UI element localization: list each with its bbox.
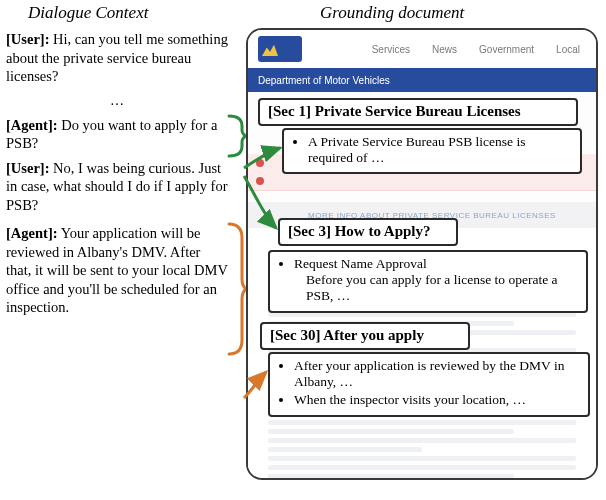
- bracket-orange-icon: [228, 224, 246, 317]
- sec3-bullets-box: Request Name Approval Before you can app…: [268, 250, 588, 313]
- role-label: [Agent]:: [6, 225, 58, 241]
- sec30-bullets-box: After your application is reviewed by th…: [268, 352, 590, 417]
- alert-dot-icon: [256, 177, 264, 185]
- role-label: [User]:: [6, 160, 49, 176]
- turn-agent-2-wrap: [Agent]: Your application will be review…: [6, 224, 228, 317]
- role-label: [Agent]:: [6, 117, 58, 133]
- ny-logo-icon: [258, 36, 302, 62]
- site-nav: Services News Government Local: [372, 44, 580, 55]
- alert-dot-icon: [256, 159, 264, 167]
- dept-band: Department of Motor Vehicles: [248, 68, 596, 92]
- sec3-bullet-1-text: Request Name Approval: [294, 256, 427, 271]
- nav-news[interactable]: News: [432, 44, 457, 55]
- turn-agent-1-wrap: [Agent]: Do you want to apply for a PSB?: [6, 116, 228, 153]
- sec3-subtext: Before you can apply for a license to op…: [306, 272, 578, 304]
- sec1-header-box: [Sec 1] Private Service Bureau Licenses: [258, 98, 578, 126]
- nav-local[interactable]: Local: [556, 44, 580, 55]
- role-label: [User]:: [6, 31, 49, 47]
- sec1-bullet-1: A Private Service Bureau PSB license is …: [308, 134, 572, 166]
- sec30-bullet-2: When the inspector visits your location,…: [294, 392, 580, 408]
- dialogue-header: Dialogue Context: [28, 3, 148, 23]
- bracket-green-icon: [228, 116, 246, 153]
- sec1-header-text: [Sec 1] Private Service Bureau Licenses: [268, 103, 521, 119]
- ellipsis: …: [6, 92, 228, 110]
- turn-user-1: [User]: Hi, can you tell me something ab…: [6, 30, 228, 86]
- sec3-bullet-1: Request Name Approval Before you can app…: [294, 256, 578, 305]
- dept-label: Department of Motor Vehicles: [258, 75, 390, 86]
- sec30-bullet-1: After your application is reviewed by th…: [294, 358, 580, 390]
- nav-government[interactable]: Government: [479, 44, 534, 55]
- site-header: Services News Government Local: [248, 30, 596, 69]
- document-header: Grounding document: [320, 3, 464, 23]
- turn-user-2: [User]: No, I was being curious. Just in…: [6, 159, 228, 215]
- alert-banner-2: [248, 172, 596, 191]
- sec1-bullets-box: A Private Service Bureau PSB license is …: [282, 128, 582, 174]
- dialogue-column: [User]: Hi, can you tell me something ab…: [6, 30, 228, 323]
- nav-services[interactable]: Services: [372, 44, 410, 55]
- sec30-header-box: [Sec 30] After you apply: [260, 322, 470, 350]
- sec3-header-text: [Sec 3] How to Apply?: [288, 223, 431, 239]
- sec30-header-text: [Sec 30] After you apply: [270, 327, 424, 343]
- sec3-header-box: [Sec 3] How to Apply?: [278, 218, 458, 246]
